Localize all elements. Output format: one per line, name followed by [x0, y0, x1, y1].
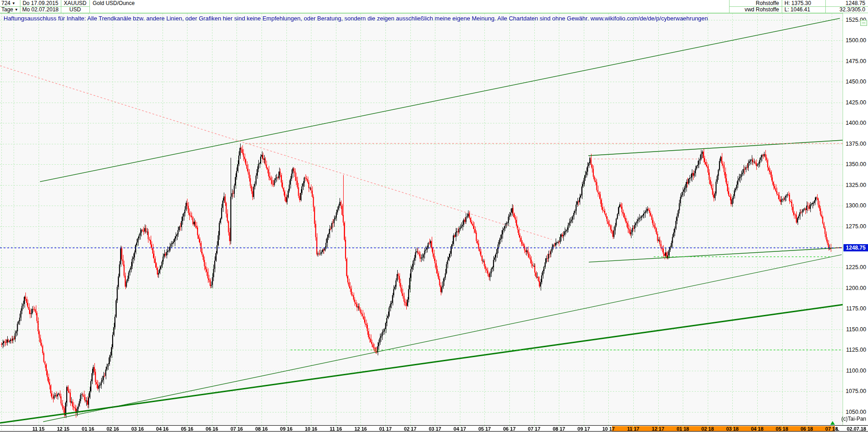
price-axis-tick: 1375.00 [839, 141, 866, 147]
provider-label: vwd Rohstoffe [729, 6, 779, 13]
time-axis-label: 04 17 [450, 426, 470, 432]
price-chart-canvas[interactable] [0, 0, 868, 432]
time-axis-label: 07 16 [227, 426, 247, 432]
price-axis-tick: 1475.00 [839, 58, 866, 64]
bars-count-dropdown[interactable]: 724▼ [1, 0, 15, 6]
time-axis-label: 04 18 [747, 426, 767, 432]
time-axis-label: 01 16 [78, 426, 98, 432]
collapse-axis-icon[interactable] [860, 20, 867, 26]
price-axis-tick: 1350.00 [839, 161, 866, 167]
price-axis-tick: 1050.00 [839, 409, 866, 415]
time-axis-label: 10 16 [301, 426, 321, 432]
price-axis-tick: 1125.00 [839, 347, 866, 353]
time-axis-label: 05 17 [474, 426, 494, 432]
time-axis-label: 01 17 [375, 426, 395, 432]
time-axis-label: 04 16 [153, 426, 173, 432]
time-axis-label: 05 16 [177, 426, 197, 432]
time-axis-label: 12 17 [648, 426, 668, 432]
category-label: Rohstoffe [729, 0, 779, 6]
time-axis-label: 02 16 [103, 426, 123, 432]
taipan-chart-window: 724▼ Tage▼ Do 17.09.2015 Mo 02.07.2018 X… [0, 0, 868, 432]
price-axis-tick: 1200.00 [839, 285, 866, 291]
range-info-label: 32.3/305.0 [825, 6, 865, 13]
time-axis-label: 12 15 [53, 426, 73, 432]
time-axis-label: 02 18 [698, 426, 718, 432]
disclaimer-text: Haftungsausschluss für Inhalte: Alle Tre… [4, 15, 708, 22]
price-axis-tick: 1425.00 [839, 99, 866, 106]
time-axis-label: 03 16 [128, 426, 148, 432]
last-value-label: 1248.75 [825, 0, 865, 6]
currency-label: USD [61, 6, 89, 13]
time-axis-label: 10 17 [598, 426, 618, 432]
time-axis-label: 11 16 [326, 426, 346, 432]
time-axis-label: 06 18 [797, 426, 817, 432]
price-axis-tick: 1325.00 [839, 182, 866, 188]
time-axis-label: 01 18 [673, 426, 693, 432]
time-axis-label: 12 16 [350, 426, 370, 432]
price-axis-tick: 1450.00 [839, 79, 866, 85]
price-axis-tick: 1225.00 [839, 264, 866, 270]
time-axis-label: 09 17 [574, 426, 594, 432]
header-row-divider [0, 6, 89, 7]
symbol-label: XAUUSD [61, 0, 89, 6]
period-high-label: H: 1375.30 [784, 0, 811, 6]
price-axis[interactable]: 1525.001500.001475.001450.001425.001400.… [843, 13, 868, 425]
time-axis-label: 02 17 [400, 426, 420, 432]
time-axis-label: 05 18 [772, 426, 792, 432]
period-low-label: L: 1046.41 [784, 6, 810, 13]
price-axis-tick: 1075.00 [839, 388, 866, 394]
header-bottom-border [0, 13, 868, 13]
price-axis-tick: 1300.00 [839, 202, 866, 209]
price-axis-tick: 1175.00 [839, 305, 866, 312]
time-axis-label: 03 18 [722, 426, 742, 432]
price-axis-tick: 1400.00 [839, 120, 866, 126]
header-row-divider [729, 6, 868, 7]
chevron-down-icon: ▼ [12, 1, 15, 5]
start-date: Do 17.09.2015 [20, 0, 61, 6]
time-axis-label: 11 15 [29, 426, 49, 432]
copyright-label: (c)Tai-Pan [813, 416, 866, 422]
price-axis-tick: 1100.00 [839, 368, 866, 374]
price-axis-tick: 1275.00 [839, 223, 866, 230]
time-axis-label: 08 16 [252, 426, 271, 432]
price-axis-tick: 1150.00 [839, 326, 866, 333]
period-dropdown[interactable]: Tage▼ [1, 6, 18, 13]
time-axis-label: 09 16 [276, 426, 296, 432]
instrument-name: Gold USD/Ounce [93, 0, 135, 6]
end-date: Mo 02.07.2018 [20, 6, 61, 13]
time-axis-label: 06 17 [499, 426, 519, 432]
time-axis-label: 08 17 [549, 426, 569, 432]
time-axis-label: 03 17 [425, 426, 445, 432]
time-axis-label: 06 16 [202, 426, 222, 432]
header-divider [89, 0, 90, 13]
last-price-badge: 1248.75 [843, 244, 868, 251]
time-axis-label: 07 17 [524, 426, 544, 432]
time-axis-label: 07 18 [822, 426, 842, 432]
chart-header: 724▼ Tage▼ Do 17.09.2015 Mo 02.07.2018 X… [0, 0, 868, 13]
time-axis-label: 11 17 [623, 426, 643, 432]
price-axis-tick: 1500.00 [839, 37, 866, 44]
chevron-down-icon: ▼ [15, 8, 18, 12]
